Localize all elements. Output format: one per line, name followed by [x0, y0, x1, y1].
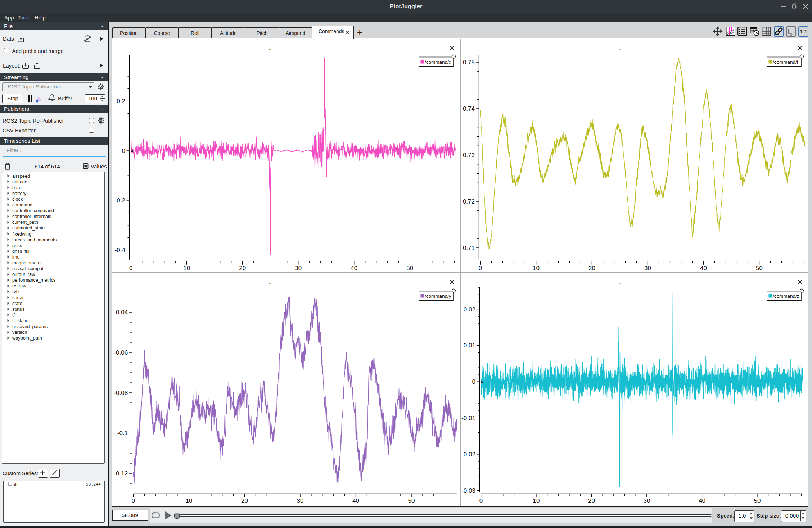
svg-text:clock: clock [12, 196, 23, 202]
svg-text:status: status [12, 306, 24, 312]
svg-text:50: 50 [754, 497, 761, 504]
svg-text:20: 20 [239, 265, 246, 272]
svg-text:-0.03: -0.03 [461, 487, 475, 494]
svg-text:20: 20 [588, 497, 595, 504]
svg-text:-0.1: -0.1 [117, 430, 128, 437]
svg-text:0: 0 [122, 147, 125, 154]
svg-text:unsaved_params: unsaved_params [12, 324, 48, 329]
svg-text:-0.4: -0.4 [115, 247, 125, 254]
svg-text:-0.06: -0.06 [114, 349, 128, 356]
svg-text:current_path: current_path [12, 219, 38, 225]
svg-text:40: 40 [698, 497, 705, 504]
svg-text:1: 1 [730, 27, 733, 32]
svg-text:20: 20 [241, 497, 248, 504]
svg-text:50: 50 [756, 265, 763, 272]
svg-text:gnss_full: gnss_full [12, 249, 31, 254]
svg-text:navsat_compat: navsat_compat [12, 266, 44, 271]
svg-text:/command/x: /command/x [425, 59, 451, 65]
svg-text:-0.08: -0.08 [114, 390, 128, 396]
svg-text:version: version [12, 329, 27, 335]
svg-text:battery: battery [12, 191, 27, 196]
svg-text:50: 50 [408, 497, 415, 504]
svg-text:0: 0 [129, 265, 132, 272]
svg-text:state: state [12, 301, 22, 306]
svg-text:40: 40 [351, 265, 357, 272]
svg-text:40: 40 [352, 497, 359, 504]
svg-text:-0.01: -0.01 [461, 415, 475, 422]
svg-text:10: 10 [183, 265, 190, 272]
svg-text:40: 40 [700, 265, 707, 272]
svg-text:50: 50 [406, 265, 413, 272]
svg-text:tf: tf [12, 312, 15, 318]
svg-text:-0.02: -0.02 [461, 451, 475, 458]
svg-text:10: 10 [186, 497, 193, 504]
svg-text:performance_metrics: performance_metrics [12, 277, 55, 283]
svg-text:30: 30 [297, 497, 304, 504]
svg-text:magnetometer: magnetometer [12, 260, 42, 265]
svg-text:20: 20 [588, 265, 595, 272]
svg-text:/command/f: /command/f [773, 59, 798, 65]
svg-text:controller_internals: controller_internals [12, 214, 51, 219]
svg-text:fixedwing: fixedwing [12, 231, 31, 237]
svg-text:0.71: 0.71 [463, 245, 474, 251]
svg-text:command: command [12, 202, 32, 208]
svg-text:baro: baro [12, 185, 22, 190]
svg-text:rviz: rviz [12, 289, 19, 295]
svg-text:forces_and_moments: forces_and_moments [12, 237, 57, 242]
svg-text:...: ... [269, 45, 273, 51]
svg-text:30: 30 [643, 497, 650, 504]
svg-text:rc_raw: rc_raw [12, 283, 26, 288]
svg-text:10: 10 [533, 265, 540, 272]
svg-text:tf_static: tf_static [12, 318, 28, 323]
svg-text:controller_command: controller_command [12, 208, 54, 213]
svg-text:...: ... [269, 279, 273, 285]
svg-text:30: 30 [295, 265, 302, 272]
svg-text:-0.12: -0.12 [114, 470, 128, 477]
svg-text:/command/y: /command/y [425, 293, 451, 299]
svg-text:0.02: 0.02 [463, 306, 475, 313]
svg-text:10: 10 [533, 497, 540, 504]
svg-text:estimated_state: estimated_state [12, 225, 45, 231]
svg-text:...: ... [617, 279, 621, 285]
svg-text:-0.2: -0.2 [115, 197, 125, 204]
svg-text:0.75: 0.75 [463, 59, 474, 66]
svg-text:/command/z: /command/z [773, 293, 799, 299]
svg-text:sonar: sonar [12, 295, 24, 300]
svg-text:30: 30 [644, 265, 651, 272]
svg-text:0.01: 0.01 [463, 342, 475, 349]
svg-text:0.74: 0.74 [463, 105, 474, 112]
svg-text:waypoint_path: waypoint_path [12, 335, 42, 341]
svg-text:0: 0 [132, 497, 135, 504]
svg-text:imu: imu [12, 254, 20, 260]
svg-text:0: 0 [479, 497, 482, 504]
svg-text:0.73: 0.73 [463, 152, 474, 159]
svg-text:0.72: 0.72 [463, 198, 474, 205]
svg-text:gnss: gnss [12, 243, 22, 248]
svg-text:...: ... [617, 45, 621, 51]
svg-text:output_raw: output_raw [12, 272, 35, 277]
svg-text:attitude: attitude [12, 179, 27, 185]
svg-text:0: 0 [472, 378, 475, 385]
svg-text:-0.04: -0.04 [114, 309, 128, 316]
svg-text:0.2: 0.2 [117, 98, 125, 105]
svg-text:airspeed: airspeed [12, 173, 30, 179]
svg-text:0: 0 [478, 265, 482, 272]
